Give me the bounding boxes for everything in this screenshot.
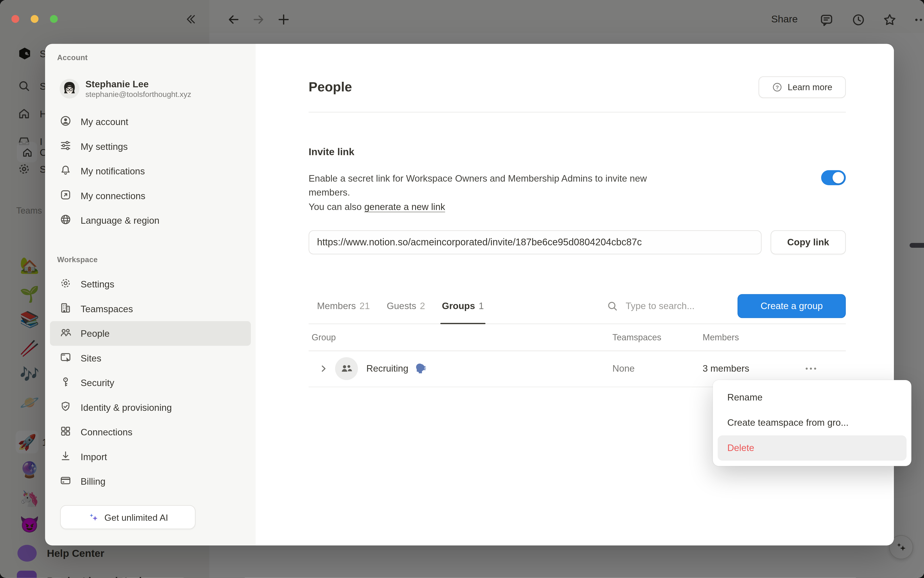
- ai-sparkles-icon: [88, 511, 99, 523]
- learn-more-button[interactable]: ? Learn more: [759, 76, 846, 98]
- sidebar-item-security[interactable]: Security: [50, 370, 251, 395]
- sidebar-item-label: My settings: [81, 141, 128, 152]
- credit-card-icon: [60, 474, 72, 489]
- sidebar-item-label: Connections: [81, 427, 132, 438]
- invite-link-toggle[interactable]: [821, 170, 846, 185]
- gear-icon: [60, 277, 72, 291]
- sidebar-item-my-notifications[interactable]: My notifications: [50, 159, 251, 183]
- create-group-button[interactable]: Create a group: [737, 294, 846, 318]
- tab-label: Guests: [387, 301, 416, 312]
- zoom-window-button[interactable]: [50, 15, 58, 23]
- sidebar-item-import[interactable]: Import: [50, 445, 251, 469]
- settings-sidebar: Account Stephanie Lee stephanie@toolsfor…: [45, 44, 256, 546]
- invite-url-row: Copy link: [309, 231, 846, 255]
- sidebar-item-label: Language & region: [81, 215, 159, 226]
- sidebar-item-people[interactable]: People: [50, 321, 251, 346]
- workspace-nav-list: Settings Teamspaces People Sites Securit…: [45, 272, 256, 494]
- column-header-members: Members: [703, 332, 793, 342]
- sidebar-item-label: My notifications: [81, 166, 145, 177]
- building-icon: [60, 302, 72, 316]
- invite-desc-line1: Enable a secret link for Workspace Owner…: [309, 172, 846, 185]
- person-circle-icon: [60, 115, 72, 129]
- sidebar-item-sites[interactable]: Sites: [50, 346, 251, 371]
- also-prefix: You can also: [309, 201, 364, 212]
- tab-label: Groups: [442, 301, 475, 312]
- browser-cursor-icon: [60, 351, 72, 365]
- invite-url-input[interactable]: [309, 231, 762, 255]
- people-icon: [60, 326, 72, 341]
- sidebar-item-my-connections[interactable]: My connections: [50, 183, 251, 208]
- sidebar-item-settings[interactable]: Settings: [50, 272, 251, 297]
- copy-link-button[interactable]: Copy link: [771, 231, 846, 255]
- sidebar-item-label: Teamspaces: [81, 303, 133, 314]
- generate-new-link[interactable]: generate a new link: [364, 201, 445, 212]
- sidebar-item-billing[interactable]: Billing: [50, 469, 251, 494]
- group-search-input[interactable]: [625, 300, 729, 312]
- sidebar-item-my-account[interactable]: My account: [50, 109, 251, 134]
- account-user[interactable]: Stephanie Lee stephanie@toolsforthought.…: [60, 78, 191, 99]
- get-unlimited-ai-button[interactable]: Get unlimited AI: [60, 505, 196, 529]
- window-controls: [11, 15, 58, 23]
- speaking-head-icon: [413, 362, 426, 375]
- sidebar-item-label: My connections: [81, 190, 145, 201]
- sidebar-item-label: People: [81, 328, 110, 339]
- grid-icon: [60, 425, 72, 439]
- shield-check-icon: [60, 400, 72, 415]
- svg-text:?: ?: [776, 84, 779, 91]
- sidebar-item-label: Security: [81, 377, 114, 388]
- sidebar-item-my-settings[interactable]: My settings: [50, 134, 251, 159]
- invite-link-heading: Invite link: [309, 146, 846, 158]
- arrow-up-right-box-icon: [60, 188, 72, 203]
- sidebar-item-label: Sites: [81, 352, 101, 364]
- sidebar-item-language-region[interactable]: Language & region: [50, 208, 251, 233]
- tab-groups[interactable]: Groups 1: [442, 289, 484, 323]
- sidebar-item-connections[interactable]: Connections: [50, 420, 251, 445]
- group-context-menu: Rename Create teamspace from gro... Dele…: [713, 380, 911, 466]
- import-arrow-icon: [60, 450, 72, 464]
- invite-link-description: Enable a secret link for Workspace Owner…: [309, 172, 846, 199]
- search-icon: [607, 300, 618, 312]
- row-more-button[interactable]: [800, 360, 822, 377]
- sidebar-item-teamspaces[interactable]: Teamspaces: [50, 297, 251, 321]
- question-circle-icon: ?: [772, 82, 783, 93]
- bell-icon: [60, 164, 72, 178]
- tab-count: 21: [360, 301, 370, 312]
- avatar: [60, 79, 80, 99]
- user-email: stephanie@toolsforthought.xyz: [85, 90, 191, 99]
- globe-icon: [60, 213, 72, 227]
- sidebar-item-label: Billing: [81, 476, 106, 487]
- minimize-window-button[interactable]: [31, 15, 39, 23]
- menu-item-delete[interactable]: Delete: [718, 435, 907, 461]
- group-name: Recruiting: [366, 363, 408, 374]
- tab-label: Members: [317, 301, 356, 312]
- sidebar-item-label: Import: [81, 451, 107, 462]
- close-window-button[interactable]: [11, 15, 20, 23]
- sidebar-item-label: Identity & provisioning: [81, 402, 172, 413]
- tab-members[interactable]: Members 21: [317, 289, 370, 323]
- group-teamspaces-cell: None: [612, 363, 703, 374]
- invite-desc-line2: members.: [309, 185, 846, 199]
- groups-table-header: Group Teamspaces Members: [309, 323, 846, 351]
- account-nav-list: My account My settings My notifications …: [45, 109, 256, 233]
- sliders-icon: [60, 139, 72, 154]
- expand-chevron-icon[interactable]: [317, 362, 330, 375]
- ai-button-label: Get unlimited AI: [104, 512, 168, 523]
- ellipsis-icon: [804, 363, 818, 375]
- group-avatar: [335, 357, 358, 380]
- group-search: [607, 300, 737, 312]
- learn-more-label: Learn more: [788, 83, 832, 92]
- tab-count: 1: [478, 301, 484, 312]
- menu-item-rename[interactable]: Rename: [718, 385, 907, 410]
- sidebar-item-identity-provisioning[interactable]: Identity & provisioning: [50, 395, 251, 420]
- people-group-icon: [340, 362, 353, 375]
- toggle-knob: [833, 172, 844, 183]
- page-title: People: [309, 80, 352, 95]
- menu-item-create-teamspace-from-group[interactable]: Create teamspace from gro...: [718, 410, 907, 435]
- tab-count: 2: [420, 301, 425, 312]
- key-icon: [60, 375, 72, 390]
- tab-guests[interactable]: Guests 2: [387, 289, 425, 323]
- group-members-cell: 3 members: [703, 363, 793, 374]
- settings-content: People ? Learn more Invite link Enable a…: [256, 44, 894, 546]
- header-divider: [309, 112, 846, 112]
- account-section-label: Account: [57, 54, 88, 62]
